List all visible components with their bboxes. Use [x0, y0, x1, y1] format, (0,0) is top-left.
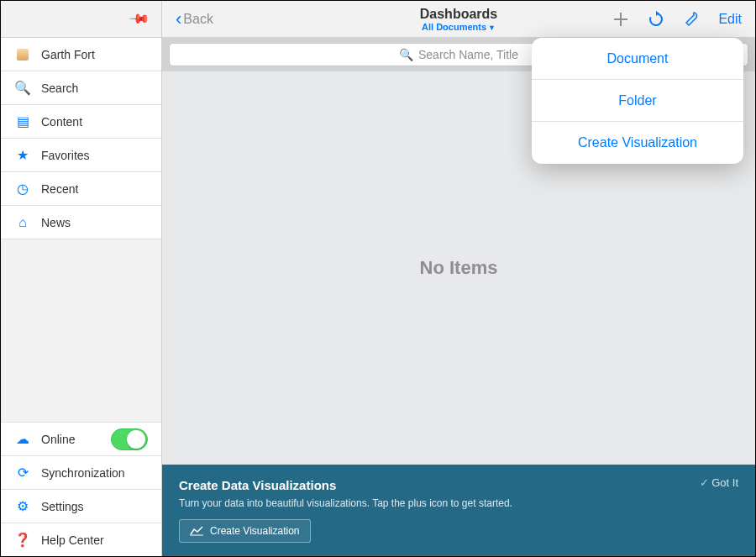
content-icon: ▤: [14, 113, 31, 129]
sidebar-item-content[interactable]: ▤ Content: [1, 105, 161, 139]
clock-icon: ◷: [14, 181, 31, 197]
create-visualization-label: Create Visualization: [210, 525, 300, 537]
popover-item-document[interactable]: Document: [532, 38, 743, 80]
online-toggle[interactable]: [111, 428, 148, 450]
refresh-button[interactable]: [648, 11, 664, 28]
user-icon: [14, 49, 31, 60]
topbar: ‹ Back Dashboards All Documents▼: [162, 1, 755, 38]
search-icon: 🔍: [399, 48, 413, 61]
sidebar-user-label: Garth Fort: [41, 48, 95, 61]
home-icon: ⌂: [14, 215, 31, 230]
pin-icon[interactable]: 📌: [128, 8, 151, 31]
star-icon: ★: [14, 147, 31, 163]
add-popover: Document Folder Create Visualization: [532, 38, 743, 164]
search-icon: 🔍: [14, 80, 31, 96]
chevron-down-icon: ▼: [488, 24, 496, 32]
popover-item-folder[interactable]: Folder: [532, 80, 743, 122]
add-button[interactable]: [612, 11, 629, 28]
sidebar-item-news[interactable]: ⌂ News: [1, 206, 161, 239]
svg-marker-2: [656, 11, 659, 16]
chart-icon: [190, 526, 203, 536]
sidebar-item-help[interactable]: ❓ Help Center: [1, 523, 161, 556]
sync-icon: ⟳: [14, 465, 31, 481]
sidebar: 📌 Garth Fort 🔍 Search ▤ Content ★ Favori…: [1, 1, 162, 556]
sidebar-item-label: Synchronization: [41, 466, 125, 480]
sidebar-item-label: Content: [41, 115, 82, 129]
search-placeholder: Search Name, Title: [418, 48, 518, 61]
sidebar-item-recent[interactable]: ◷ Recent: [1, 172, 161, 206]
edit-button[interactable]: Edit: [718, 12, 742, 27]
create-visualization-button[interactable]: Create Visualization: [179, 519, 311, 543]
sidebar-item-label: Help Center: [41, 533, 104, 547]
sidebar-item-favorites[interactable]: ★ Favorites: [1, 139, 161, 172]
wrench-icon: [683, 11, 700, 28]
sidebar-item-label: Settings: [41, 500, 84, 513]
popover-item-create-visualization[interactable]: Create Visualization: [532, 122, 743, 164]
main: ‹ Back Dashboards All Documents▼: [162, 1, 755, 556]
sidebar-item-user[interactable]: Garth Fort: [1, 38, 161, 71]
back-button[interactable]: ‹ Back: [176, 10, 213, 29]
toolbar-actions: Edit: [612, 11, 742, 28]
subtitle-text: All Documents: [422, 22, 486, 32]
sidebar-item-label: Search: [41, 81, 78, 95]
tip-banner: Create Data Visualizations Turn your dat…: [162, 465, 755, 556]
sidebar-item-label: Online: [41, 433, 75, 446]
sidebar-spacer: [1, 239, 161, 422]
title-block[interactable]: Dashboards All Documents▼: [420, 7, 497, 32]
sidebar-item-online[interactable]: ☁ Online: [1, 422, 161, 455]
gotit-button[interactable]: Got It: [700, 476, 738, 489]
refresh-icon: [648, 11, 664, 28]
back-label: Back: [183, 12, 213, 27]
tool-button[interactable]: [683, 11, 700, 28]
help-icon: ❓: [14, 532, 31, 548]
gear-icon: ⚙: [14, 498, 31, 514]
page-subtitle: All Documents▼: [420, 22, 497, 32]
sidebar-item-label: Recent: [41, 182, 78, 196]
banner-body: Turn your data into beautiful visualizat…: [179, 497, 738, 509]
sidebar-item-label: Favorites: [41, 149, 90, 162]
sidebar-item-label: News: [41, 216, 71, 229]
empty-state-label: No Items: [420, 257, 498, 279]
plus-icon: [612, 11, 629, 28]
sidebar-item-search[interactable]: 🔍 Search: [1, 71, 161, 105]
sidebar-item-settings[interactable]: ⚙ Settings: [1, 489, 161, 523]
cloud-icon: ☁: [14, 431, 31, 447]
sidebar-header: 📌: [1, 1, 161, 38]
sidebar-item-sync[interactable]: ⟳ Synchronization: [1, 455, 161, 489]
page-title: Dashboards: [420, 7, 497, 22]
chevron-left-icon: ‹: [176, 10, 181, 29]
banner-title: Create Data Visualizations: [179, 478, 738, 492]
